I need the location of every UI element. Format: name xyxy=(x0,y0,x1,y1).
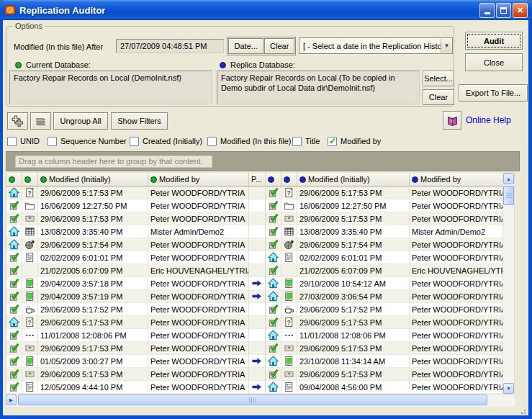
checkbox-box[interactable] xyxy=(328,137,337,146)
chevron-down-icon[interactable]: ▼ xyxy=(441,39,452,53)
group-by-bar[interactable]: Drag a column header here to group by th… xyxy=(6,151,520,171)
select-replica-button[interactable]: Select... xyxy=(423,71,454,86)
clear-replica-button[interactable]: Clear xyxy=(423,89,454,105)
status-icon-cell xyxy=(6,329,22,342)
table-row[interactable]: 29/06/2009 5:17:53 PM Peter WOODFORD/YTR… xyxy=(266,368,502,381)
table-row[interactable]: 29/04/2009 3:57:18 PM Peter WOODFORD/YTR… xyxy=(6,277,265,290)
table-row[interactable]: 29/06/2009 5:17:53 PM Peter WOODFORD/YTR… xyxy=(266,342,502,355)
column-bullet-icon xyxy=(284,176,290,183)
modified-initially-column-header[interactable]: Modified (Initially) xyxy=(38,173,148,186)
replica-db-header: Replica Database: xyxy=(220,60,295,69)
form-icon xyxy=(24,252,35,263)
filter-checkbox-unid[interactable]: UNID xyxy=(7,135,40,147)
replication-history-dropdown[interactable]: [ - Select a date in the Replication His… xyxy=(299,37,453,54)
status-icon-cell xyxy=(6,355,22,368)
replicated-icon xyxy=(268,369,279,379)
table-row[interactable]: 29/10/2008 10:54:12 AM Peter WOODFORD/YT… xyxy=(266,277,502,290)
maximize-button[interactable] xyxy=(496,3,511,18)
table-row[interactable]: 11/01/2008 12:08:06 PM Peter WOODFORD/YT… xyxy=(266,329,502,342)
table-row[interactable]: 02/02/2009 6:01:01 PM Peter WOODFORD/YTR… xyxy=(266,251,502,264)
expand-all-button[interactable] xyxy=(7,112,28,130)
minimize-button[interactable] xyxy=(479,3,495,18)
ungroup-all-button[interactable]: Ungroup All xyxy=(53,112,108,130)
close-button[interactable]: ✕ xyxy=(513,3,528,18)
dropdown-value: [ - Select a date in the Replication His… xyxy=(303,42,441,50)
show-filters-button[interactable]: Show Filters xyxy=(111,112,168,130)
checkbox-box[interactable] xyxy=(292,137,302,146)
filter-checkbox-modified-by[interactable]: Modified by xyxy=(328,135,381,147)
modified-initially-cell: 21/02/2005 6:07:09 PM xyxy=(297,264,410,277)
table-row[interactable]: 29/06/2009 5:17:53 PM Peter WOODFORD/YTR… xyxy=(6,186,265,199)
checkbox-box[interactable] xyxy=(130,137,139,146)
close-action-button[interactable]: Close xyxy=(465,53,523,71)
table-row[interactable]: 09/04/2008 4:56:00 PM Peter WOODFORD/YTR… xyxy=(266,381,502,394)
table-row[interactable]: 23/10/2008 11:34:14 AM Peter WOODFORD/YT… xyxy=(266,355,502,368)
table-row[interactable]: 21/02/2005 6:07:09 PM Eric HOUVENAGHEL/Y… xyxy=(6,264,265,277)
document-green-icon xyxy=(24,278,35,289)
date-button[interactable]: Date... xyxy=(228,38,263,54)
table-row[interactable]: 29/06/2009 5:17:54 PM Peter WOODFORD/YTR… xyxy=(6,238,265,251)
design-column-header[interactable] xyxy=(281,173,297,186)
filter-checkbox-created-initially-[interactable]: Created (Initially) xyxy=(130,135,202,147)
vertical-scrollbar[interactable]: ▲ ▼ xyxy=(502,173,515,395)
checkbox-box[interactable] xyxy=(207,137,217,146)
export-to-file-button[interactable]: Export To File... xyxy=(459,84,528,102)
filter-checkbox-modified-in-this-file-[interactable]: Modified (In this file) xyxy=(207,135,291,147)
scroll-right-button[interactable]: ▶ xyxy=(6,395,17,405)
table-row[interactable]: 29/06/2009 5:17:52 PM Peter WOODFORD/YTR… xyxy=(6,303,265,316)
clear-date-button[interactable]: Clear xyxy=(264,38,294,54)
table-row[interactable]: 21/02/2005 6:07:09 PM Eric HOUVENAGHEL/Y… xyxy=(266,264,502,277)
table-row[interactable]: 16/06/2009 12:27:50 PM Peter WOODFORD/YT… xyxy=(6,199,265,212)
column-bullet-icon xyxy=(9,176,15,183)
filter-checkbox-sequence-number[interactable]: Sequence Number xyxy=(48,135,127,147)
modified-after-field[interactable]: 27/07/2009 04:48:51 PM xyxy=(116,39,224,53)
scroll-up-button[interactable]: ▲ xyxy=(503,174,514,184)
current-db-field[interactable]: Factory Repair Records on Local (DemoIni… xyxy=(9,71,212,104)
table-row[interactable]: 29/06/2009 5:17:53 PM Peter WOODFORD/YTR… xyxy=(266,212,502,225)
arrow-right-icon xyxy=(251,382,262,392)
table-row[interactable]: 29/06/2009 5:17:53 PM Peter WOODFORD/YTR… xyxy=(6,342,265,355)
horizontal-scrollbar[interactable]: ◀ ▶ xyxy=(6,395,515,407)
checkbox-box[interactable] xyxy=(7,137,17,146)
table-row[interactable]: 29/06/2009 5:17:54 PM Peter WOODFORD/YTR… xyxy=(266,238,502,251)
online-help-link[interactable]: Online Help xyxy=(466,115,511,125)
table-row[interactable]: 29/06/2009 5:17:52 PM Peter WOODFORD/YTR… xyxy=(266,303,502,316)
table-row[interactable]: 13/08/2009 3:35:40 PM Mister Admin/Demo2 xyxy=(6,225,265,238)
table-row[interactable]: 29/04/2009 3:57:19 PM Peter WOODFORD/YTR… xyxy=(6,290,265,303)
table-row[interactable]: 29/06/2009 5:17:53 PM Peter WOODFORD/YTR… xyxy=(6,212,265,225)
collapse-all-button[interactable] xyxy=(30,112,51,130)
checkbox-box[interactable] xyxy=(48,137,57,146)
table-row[interactable]: 13/08/2009 3:35:40 PM Mister Admin/Demo2 xyxy=(266,225,502,238)
table-row[interactable]: 02/02/2009 6:01:01 PM Peter WOODFORD/YTR… xyxy=(6,251,265,264)
filter-checkbox-title[interactable]: Title xyxy=(292,135,320,147)
modified-by-column-header[interactable]: Modified by xyxy=(410,173,503,186)
p-column-header[interactable]: P... xyxy=(249,173,266,186)
date-clear-group: Date... Clear xyxy=(227,37,296,55)
horizontal-scroll-thumb[interactable] xyxy=(18,395,487,405)
vertical-scroll-thumb[interactable] xyxy=(503,186,514,205)
online-help-button[interactable] xyxy=(443,111,461,130)
replica-db-field[interactable]: Factory Repair Records on Local (To be c… xyxy=(217,71,420,104)
scroll-down-button[interactable]: ▼ xyxy=(503,383,514,394)
status-column-header[interactable] xyxy=(6,173,22,186)
table-row[interactable]: 29/06/2009 5:17:53 PM Peter WOODFORD/YTR… xyxy=(6,368,265,381)
modified-initially-column-header[interactable]: Modified (Initially) xyxy=(297,173,410,186)
table-row[interactable]: 29/06/2009 5:17:53 PM Peter WOODFORD/YTR… xyxy=(6,316,265,329)
resize-grip[interactable] xyxy=(518,407,526,415)
replication-direction-cell xyxy=(249,238,266,251)
table-row[interactable]: 12/05/2009 4:44:10 PM Peter WOODFORD/YTR… xyxy=(6,381,265,394)
table-row[interactable]: 01/05/2009 3:00:27 PM Peter WOODFORD/YTR… xyxy=(6,355,265,368)
audit-button[interactable]: Audit xyxy=(465,32,523,50)
table-row[interactable]: 16/06/2009 12:27:50 PM Peter WOODFORD/YT… xyxy=(266,199,502,212)
current-db-label: Current Database: xyxy=(26,60,91,69)
design-column-header[interactable] xyxy=(22,173,38,186)
status-icon-cell xyxy=(266,368,281,381)
modified-by-column-header[interactable]: Modified by xyxy=(148,173,249,186)
table-row[interactable]: 27/03/2009 3:06:54 PM Peter WOODFORD/YTR… xyxy=(266,290,502,303)
status-column-header[interactable] xyxy=(266,173,281,186)
table-row[interactable]: 29/06/2009 5:17:53 PM Peter WOODFORD/YTR… xyxy=(266,316,502,329)
table-row[interactable]: 29/06/2009 5:17:53 PM Peter WOODFORD/YTR… xyxy=(266,186,502,199)
table-row[interactable]: 11/01/2008 12:08:06 PM Peter WOODFORD/YT… xyxy=(6,329,265,342)
replicated-icon xyxy=(268,226,279,237)
modified-initially-cell: 29/06/2009 5:17:53 PM xyxy=(297,212,410,225)
